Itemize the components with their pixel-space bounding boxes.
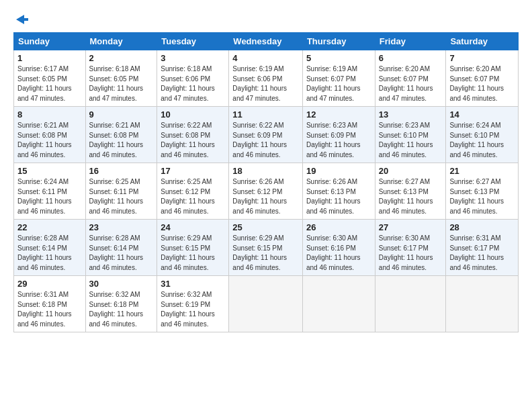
weekday-tuesday: Tuesday xyxy=(157,33,229,50)
day-info: Sunrise: 6:29 AMSunset: 6:15 PMDaylight:… xyxy=(232,234,287,271)
day-cell-24: 24 Sunrise: 6:29 AMSunset: 6:15 PMDaylig… xyxy=(157,220,229,276)
day-cell-6: 6 Sunrise: 6:20 AMSunset: 6:07 PMDayligh… xyxy=(375,50,446,107)
empty-cell xyxy=(302,276,375,332)
day-cell-18: 18 Sunrise: 6:26 AMSunset: 6:12 PMDaylig… xyxy=(229,163,303,220)
weekday-saturday: Saturday xyxy=(446,33,519,50)
day-number: 12 xyxy=(306,109,371,120)
day-cell-22: 22 Sunrise: 6:28 AMSunset: 6:14 PMDaylig… xyxy=(14,220,86,276)
day-info: Sunrise: 6:23 AMSunset: 6:09 PMDaylight:… xyxy=(306,122,361,158)
day-cell-11: 11 Sunrise: 6:22 AMSunset: 6:09 PMDaylig… xyxy=(229,107,303,163)
day-info: Sunrise: 6:19 AMSunset: 6:06 PMDaylight:… xyxy=(232,65,287,102)
day-number: 22 xyxy=(17,222,82,232)
day-info: Sunrise: 6:29 AMSunset: 6:15 PMDaylight:… xyxy=(161,234,215,271)
day-info: Sunrise: 6:25 AMSunset: 6:12 PMDaylight:… xyxy=(161,178,215,215)
week-row-4: 22 Sunrise: 6:28 AMSunset: 6:14 PMDaylig… xyxy=(14,220,519,276)
day-number: 7 xyxy=(449,53,515,63)
weekday-friday: Friday xyxy=(375,33,446,50)
day-cell-25: 25 Sunrise: 6:29 AMSunset: 6:15 PMDaylig… xyxy=(229,220,303,276)
day-info: Sunrise: 6:21 AMSunset: 6:08 PMDaylight:… xyxy=(17,122,72,158)
day-number: 23 xyxy=(89,222,154,232)
day-number: 31 xyxy=(161,279,225,289)
day-cell-13: 13 Sunrise: 6:23 AMSunset: 6:10 PMDaylig… xyxy=(375,107,446,163)
day-cell-30: 30 Sunrise: 6:32 AMSunset: 6:18 PMDaylig… xyxy=(85,276,157,332)
day-number: 11 xyxy=(232,109,299,120)
weekday-monday: Monday xyxy=(85,33,157,50)
day-info: Sunrise: 6:17 AMSunset: 6:05 PMDaylight:… xyxy=(17,65,72,102)
day-number: 13 xyxy=(379,109,443,120)
day-info: Sunrise: 6:24 AMSunset: 6:10 PMDaylight:… xyxy=(449,122,504,158)
day-info: Sunrise: 6:27 AMSunset: 6:13 PMDaylight:… xyxy=(449,178,504,215)
weekday-header-row: SundayMondayTuesdayWednesdayThursdayFrid… xyxy=(14,33,519,50)
day-cell-3: 3 Sunrise: 6:18 AMSunset: 6:06 PMDayligh… xyxy=(157,50,229,107)
day-info: Sunrise: 6:21 AMSunset: 6:08 PMDaylight:… xyxy=(89,122,144,158)
day-number: 20 xyxy=(379,166,443,176)
week-row-5: 29 Sunrise: 6:31 AMSunset: 6:18 PMDaylig… xyxy=(14,276,519,332)
empty-cell xyxy=(229,276,303,332)
week-row-2: 8 Sunrise: 6:21 AMSunset: 6:08 PMDayligh… xyxy=(14,107,519,163)
day-info: Sunrise: 6:24 AMSunset: 6:11 PMDaylight:… xyxy=(17,178,72,215)
day-cell-27: 27 Sunrise: 6:30 AMSunset: 6:17 PMDaylig… xyxy=(375,220,446,276)
day-number: 10 xyxy=(161,109,225,120)
day-info: Sunrise: 6:19 AMSunset: 6:07 PMDaylight:… xyxy=(306,65,361,102)
week-row-3: 15 Sunrise: 6:24 AMSunset: 6:11 PMDaylig… xyxy=(14,163,519,220)
day-number: 24 xyxy=(161,222,225,232)
day-cell-20: 20 Sunrise: 6:27 AMSunset: 6:13 PMDaylig… xyxy=(375,163,446,220)
day-number: 3 xyxy=(161,53,225,63)
day-info: Sunrise: 6:30 AMSunset: 6:17 PMDaylight:… xyxy=(379,234,433,271)
day-cell-17: 17 Sunrise: 6:25 AMSunset: 6:12 PMDaylig… xyxy=(157,163,229,220)
page: SundayMondayTuesdayWednesdayThursdayFrid… xyxy=(0,0,532,339)
weekday-thursday: Thursday xyxy=(302,33,375,50)
day-cell-31: 31 Sunrise: 6:32 AMSunset: 6:19 PMDaylig… xyxy=(157,276,229,332)
day-info: Sunrise: 6:22 AMSunset: 6:08 PMDaylight:… xyxy=(161,122,215,158)
logo xyxy=(13,12,30,26)
day-cell-15: 15 Sunrise: 6:24 AMSunset: 6:11 PMDaylig… xyxy=(14,163,86,220)
header xyxy=(13,12,519,26)
day-info: Sunrise: 6:31 AMSunset: 6:18 PMDaylight:… xyxy=(17,291,72,328)
day-number: 26 xyxy=(306,222,371,232)
day-number: 4 xyxy=(232,53,299,63)
day-cell-16: 16 Sunrise: 6:25 AMSunset: 6:11 PMDaylig… xyxy=(85,163,157,220)
day-cell-7: 7 Sunrise: 6:20 AMSunset: 6:07 PMDayligh… xyxy=(446,50,519,107)
day-info: Sunrise: 6:32 AMSunset: 6:19 PMDaylight:… xyxy=(161,291,215,328)
day-cell-4: 4 Sunrise: 6:19 AMSunset: 6:06 PMDayligh… xyxy=(229,50,303,107)
day-number: 17 xyxy=(161,166,225,176)
day-info: Sunrise: 6:32 AMSunset: 6:18 PMDaylight:… xyxy=(89,291,144,328)
day-cell-2: 2 Sunrise: 6:18 AMSunset: 6:05 PMDayligh… xyxy=(85,50,157,107)
day-number: 21 xyxy=(449,166,515,176)
day-cell-1: 1 Sunrise: 6:17 AMSunset: 6:05 PMDayligh… xyxy=(14,50,86,107)
day-number: 1 xyxy=(17,53,82,63)
day-number: 8 xyxy=(17,109,82,120)
day-cell-5: 5 Sunrise: 6:19 AMSunset: 6:07 PMDayligh… xyxy=(302,50,375,107)
weekday-wednesday: Wednesday xyxy=(229,33,303,50)
day-cell-14: 14 Sunrise: 6:24 AMSunset: 6:10 PMDaylig… xyxy=(446,107,519,163)
svg-marker-0 xyxy=(16,15,28,24)
day-info: Sunrise: 6:20 AMSunset: 6:07 PMDaylight:… xyxy=(379,65,433,102)
day-number: 19 xyxy=(306,166,371,176)
calendar-body: 1 Sunrise: 6:17 AMSunset: 6:05 PMDayligh… xyxy=(14,50,519,332)
day-number: 5 xyxy=(306,53,371,63)
day-info: Sunrise: 6:26 AMSunset: 6:13 PMDaylight:… xyxy=(306,178,361,215)
day-cell-10: 10 Sunrise: 6:22 AMSunset: 6:08 PMDaylig… xyxy=(157,107,229,163)
day-info: Sunrise: 6:26 AMSunset: 6:12 PMDaylight:… xyxy=(232,178,287,215)
day-cell-19: 19 Sunrise: 6:26 AMSunset: 6:13 PMDaylig… xyxy=(302,163,375,220)
day-info: Sunrise: 6:27 AMSunset: 6:13 PMDaylight:… xyxy=(379,178,433,215)
empty-cell xyxy=(446,276,519,332)
weekday-sunday: Sunday xyxy=(14,33,86,50)
day-number: 25 xyxy=(232,222,299,232)
day-cell-8: 8 Sunrise: 6:21 AMSunset: 6:08 PMDayligh… xyxy=(14,107,86,163)
day-number: 18 xyxy=(232,166,299,176)
day-cell-26: 26 Sunrise: 6:30 AMSunset: 6:16 PMDaylig… xyxy=(302,220,375,276)
day-info: Sunrise: 6:23 AMSunset: 6:10 PMDaylight:… xyxy=(379,122,433,158)
day-cell-9: 9 Sunrise: 6:21 AMSunset: 6:08 PMDayligh… xyxy=(85,107,157,163)
day-number: 28 xyxy=(449,222,515,232)
day-info: Sunrise: 6:20 AMSunset: 6:07 PMDaylight:… xyxy=(449,65,504,102)
logo-arrow-icon xyxy=(15,12,30,27)
day-number: 15 xyxy=(17,166,82,176)
day-info: Sunrise: 6:31 AMSunset: 6:17 PMDaylight:… xyxy=(449,234,504,271)
day-cell-12: 12 Sunrise: 6:23 AMSunset: 6:09 PMDaylig… xyxy=(302,107,375,163)
day-info: Sunrise: 6:22 AMSunset: 6:09 PMDaylight:… xyxy=(232,122,287,158)
empty-cell xyxy=(375,276,446,332)
day-info: Sunrise: 6:28 AMSunset: 6:14 PMDaylight:… xyxy=(17,234,72,271)
day-number: 27 xyxy=(379,222,443,232)
day-number: 6 xyxy=(379,53,443,63)
